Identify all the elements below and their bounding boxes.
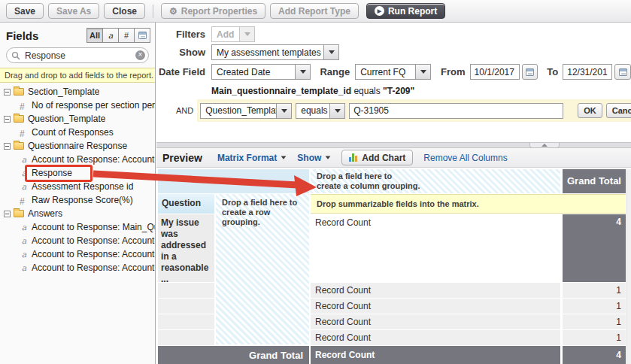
remove-all-columns-link[interactable]: Remove All Columns — [423, 153, 507, 163]
summarize-dropzone[interactable]: Drop summarizable fields into the matrix… — [311, 194, 626, 214]
collapse-icon[interactable] — [4, 116, 11, 123]
field-type-filter: All a # — [87, 28, 150, 43]
grand-total-cell: 4 — [563, 214, 626, 282]
operator-dropdown[interactable]: equals — [296, 103, 345, 119]
question-cell — [158, 283, 214, 298]
tree-field[interactable]: aAccount to Response: Main_Que — [0, 220, 155, 234]
tree-folder[interactable]: Answers — [0, 207, 155, 220]
to-calendar-button[interactable] — [614, 64, 631, 80]
show-menu-label: Show — [297, 153, 321, 163]
folder-icon — [14, 115, 24, 123]
add-filter-label: Add — [212, 27, 239, 41]
text-field-icon: a — [20, 236, 29, 246]
clear-search-icon[interactable]: × — [135, 50, 145, 60]
matrix-cell: Record Count — [311, 330, 560, 345]
add-chart-button[interactable]: Add Chart — [341, 150, 413, 165]
grand-total-cell: 1 — [563, 314, 626, 329]
chevron-down-icon — [415, 65, 430, 79]
search-input[interactable] — [23, 50, 135, 62]
filter-number-button[interactable]: # — [118, 28, 135, 43]
collapse-handle[interactable] — [529, 143, 560, 148]
ok-button[interactable]: OK — [578, 103, 602, 118]
range-dropdown[interactable]: Current FQ — [355, 64, 431, 80]
panel-splitter[interactable] — [156, 142, 631, 148]
tree-field[interactable]: aAccount to Response: Account Cr — [0, 234, 155, 247]
number-field-icon: # — [20, 126, 29, 139]
to-date-input[interactable] — [563, 64, 612, 80]
filter-text-button[interactable]: a — [102, 28, 119, 43]
filter-value-input[interactable] — [349, 103, 563, 119]
close-button[interactable]: Close — [104, 3, 145, 19]
from-calendar-button[interactable] — [522, 64, 538, 80]
text-field-icon: a — [20, 182, 29, 192]
from-label: From — [441, 66, 466, 77]
search-icon — [11, 51, 20, 60]
calendar-icon — [619, 68, 627, 76]
grand-total-cell: 1 — [563, 299, 626, 314]
filter-all-button[interactable]: All — [86, 28, 103, 43]
save-button[interactable]: Save — [6, 3, 44, 19]
chevron-down-icon — [295, 65, 310, 79]
preview-scrollbar[interactable] — [626, 169, 631, 364]
number-field-icon: # — [20, 99, 29, 112]
matrix-corner-cell — [158, 169, 309, 193]
tree-field[interactable]: aAccount to Response: Account Cr — [0, 261, 155, 275]
tree-field[interactable]: #No of response per section per qu — [0, 99, 155, 112]
filter-expression: Main_questionnaire_template_id equals "T… — [211, 86, 414, 96]
matrix-format-menu[interactable]: Matrix Format — [217, 153, 287, 163]
to-label: To — [547, 66, 558, 77]
add-filter-button[interactable]: Add — [211, 26, 255, 42]
play-icon: ▶ — [375, 6, 384, 16]
add-chart-label: Add Chart — [362, 153, 405, 163]
search-row: × — [0, 46, 155, 68]
column-grouping-dropzone[interactable]: Drop a field here tocreate a column grou… — [311, 169, 560, 193]
report-properties-button[interactable]: ⚙ Report Properties — [161, 3, 265, 19]
grand-total-row-label: Grand Total — [158, 346, 309, 364]
toolbar-divider — [153, 5, 153, 18]
chevron-up-icon — [542, 144, 548, 147]
tree-folder[interactable]: Section_Template — [0, 85, 155, 99]
folder-icon — [14, 210, 24, 217]
save-as-button[interactable]: Save As — [48, 3, 99, 19]
question-group-label: My issue was addressed in a reasonable .… — [158, 214, 214, 282]
question-cell — [158, 299, 214, 314]
operator-value: equals — [296, 104, 329, 118]
folder-icon — [14, 88, 24, 96]
add-report-type-button[interactable]: Add Report Type — [270, 3, 359, 19]
filter-field-name: Main_questionnaire_template_id — [211, 86, 351, 96]
show-dropdown[interactable]: My assessment templates — [211, 44, 339, 60]
row-grouping-dropzone[interactable]: Drop a field here tocreate a row groupin… — [216, 194, 309, 344]
chevron-down-icon — [323, 45, 338, 59]
text-field-icon: a — [20, 155, 29, 165]
cancel-button[interactable]: Cancel — [606, 103, 631, 118]
text-field-icon: a — [20, 263, 29, 273]
field-search: × — [6, 47, 149, 63]
range-value: Current FQ — [356, 65, 415, 79]
run-report-button[interactable]: ▶ Run Report — [366, 3, 445, 19]
annotation-highlight-box — [25, 165, 93, 182]
chevron-down-icon — [329, 104, 344, 118]
collapse-icon[interactable] — [4, 143, 11, 150]
matrix-cell: Record Count — [311, 214, 560, 282]
drag-drop-hint: Drag and drop to add fields to the repor… — [0, 68, 155, 83]
run-report-label: Run Report — [388, 6, 437, 17]
filter-date-button[interactable] — [134, 28, 150, 43]
chevron-down-icon — [326, 156, 331, 159]
show-menu[interactable]: Show — [297, 153, 331, 163]
filter-field-dropdown[interactable]: Question_Template id — [200, 103, 292, 119]
chevron-down-icon — [239, 27, 254, 41]
tree-field[interactable]: aAccount to Response: Account Cr — [0, 247, 155, 261]
collapse-icon[interactable] — [4, 211, 11, 217]
tree-folder[interactable]: Questionnaire Response — [0, 139, 155, 153]
tree-field[interactable]: #Count of Responses — [0, 126, 155, 139]
tree-folder[interactable]: Question_Template — [0, 112, 155, 126]
question-column-header[interactable]: Question — [158, 194, 214, 214]
question-cell — [158, 314, 214, 329]
date-field-dropdown[interactable]: Created Date — [211, 64, 311, 80]
filters-label: Filters — [156, 29, 205, 40]
matrix-cell: Record Count — [311, 299, 560, 314]
show-label: Show — [156, 47, 205, 58]
tree-field[interactable]: #Raw Response Score(%) — [0, 193, 155, 207]
from-date-input[interactable] — [470, 64, 520, 80]
collapse-icon[interactable] — [4, 89, 11, 96]
